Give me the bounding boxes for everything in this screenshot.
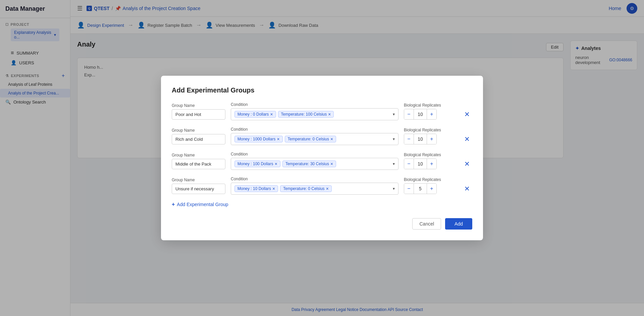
modal-add-experimental-groups: Add Experimental Groups Group NameCondit… xyxy=(161,76,483,240)
group-name-input[interactable] xyxy=(172,159,225,169)
tag-close-icon[interactable]: × xyxy=(272,186,275,191)
group-condition-col: ConditionMoney : 10 Dollars ×Temperature… xyxy=(231,177,398,195)
cancel-button[interactable]: Cancel xyxy=(412,218,441,230)
condition-box[interactable]: Money : 0 Dollars ×Temperature: 100 Cels… xyxy=(231,108,398,120)
delete-group-button[interactable]: ✕ xyxy=(463,183,471,194)
condition-dropdown-arrow[interactable]: ▾ xyxy=(393,162,395,166)
add-button[interactable]: Add xyxy=(445,218,472,230)
group-delete-col: ✕ xyxy=(463,177,472,194)
group-name-col: Group Name xyxy=(172,103,225,120)
group-name-label: Group Name xyxy=(172,103,225,108)
modal-groups: Group NameConditionMoney : 0 Dollars ×Te… xyxy=(172,102,472,195)
increment-replicates-button[interactable]: + xyxy=(427,134,436,144)
group-name-col: Group Name xyxy=(172,128,225,144)
group-replicates-col: Biological Replicates−+ xyxy=(404,152,458,169)
group-delete-col: ✕ xyxy=(463,128,472,144)
tag-close-icon[interactable]: × xyxy=(330,137,333,141)
condition-box[interactable]: Money : 10 Dollars ×Temperature: 0 Celsi… xyxy=(231,183,398,195)
condition-tag: Temperature: 100 Celsius × xyxy=(278,111,334,118)
condition-tag: Temperature: 0 Celsius × xyxy=(285,136,336,142)
condition-tag: Temperature: 0 Celsius × xyxy=(280,185,332,192)
tag-close-icon[interactable]: × xyxy=(270,112,273,117)
group-replicates-col: Biological Replicates−+ xyxy=(404,103,458,120)
condition-label: Condition xyxy=(231,127,398,132)
replicates-label: Biological Replicates xyxy=(404,103,441,108)
group-row: Group NameConditionMoney : 0 Dollars ×Te… xyxy=(172,102,472,120)
group-row: Group NameConditionMoney : 1000 Dollars … xyxy=(172,127,472,145)
condition-tag: Money : 1000 Dollars × xyxy=(234,136,283,142)
replicates-label: Biological Replicates xyxy=(404,177,441,182)
increment-replicates-button[interactable]: + xyxy=(427,159,436,169)
group-replicates-col: Biological Replicates−+ xyxy=(404,128,458,144)
increment-replicates-button[interactable]: + xyxy=(427,109,436,119)
group-replicates-col: Biological Replicates−+ xyxy=(404,177,458,194)
replicates-input[interactable] xyxy=(414,134,427,144)
condition-dropdown-arrow[interactable]: ▾ xyxy=(393,112,395,117)
group-name-label: Group Name xyxy=(172,128,225,133)
condition-label: Condition xyxy=(231,152,398,156)
delete-group-button[interactable]: ✕ xyxy=(463,159,471,169)
group-row: Group NameConditionMoney : 10 Dollars ×T… xyxy=(172,177,472,195)
group-name-input[interactable] xyxy=(172,134,225,144)
condition-tag: Money : 100 Dollars × xyxy=(234,161,280,167)
group-delete-col: ✕ xyxy=(463,103,472,120)
condition-dropdown-arrow[interactable]: ▾ xyxy=(393,137,395,141)
tag-close-icon[interactable]: × xyxy=(326,186,329,191)
replicates-input[interactable] xyxy=(414,159,427,169)
delete-group-button[interactable]: ✕ xyxy=(463,134,471,144)
tag-close-icon[interactable]: × xyxy=(330,162,333,166)
group-name-input[interactable] xyxy=(172,184,225,194)
decrement-replicates-button[interactable]: − xyxy=(404,134,414,144)
tag-close-icon[interactable]: × xyxy=(328,112,331,117)
group-condition-col: ConditionMoney : 1000 Dollars ×Temperatu… xyxy=(231,127,398,145)
condition-tag: Temperature: 30 Celsius × xyxy=(282,161,336,167)
group-delete-col: ✕ xyxy=(463,152,472,169)
group-name-label: Group Name xyxy=(172,178,225,182)
decrement-replicates-button[interactable]: − xyxy=(404,159,414,169)
condition-label: Condition xyxy=(231,177,398,181)
condition-dropdown-arrow[interactable]: ▾ xyxy=(393,186,395,191)
replicates-label: Biological Replicates xyxy=(404,128,441,132)
group-condition-col: ConditionMoney : 0 Dollars ×Temperature:… xyxy=(231,102,398,120)
group-name-col: Group Name xyxy=(172,153,225,169)
decrement-replicates-button[interactable]: − xyxy=(404,109,414,119)
tag-close-icon[interactable]: × xyxy=(277,137,279,141)
replicates-control: −+ xyxy=(404,109,437,120)
replicates-control: −+ xyxy=(404,134,437,144)
replicates-control: −+ xyxy=(404,183,437,194)
condition-box[interactable]: Money : 1000 Dollars ×Temperature: 0 Cel… xyxy=(231,133,398,145)
add-experimental-group-button[interactable]: + Add Experimental Group xyxy=(172,201,228,207)
decrement-replicates-button[interactable]: − xyxy=(404,184,414,194)
condition-box[interactable]: Money : 100 Dollars ×Temperature: 30 Cel… xyxy=(231,158,398,170)
plus-icon: + xyxy=(172,201,175,207)
group-name-col: Group Name xyxy=(172,178,225,194)
group-name-input[interactable] xyxy=(172,109,225,120)
condition-tag: Money : 10 Dollars × xyxy=(234,185,278,192)
tag-close-icon[interactable]: × xyxy=(275,162,277,166)
delete-group-button[interactable]: ✕ xyxy=(463,109,471,120)
replicates-input[interactable] xyxy=(414,184,427,194)
modal-overlay[interactable]: Add Experimental Groups Group NameCondit… xyxy=(0,0,644,316)
replicates-label: Biological Replicates xyxy=(404,152,441,157)
condition-label: Condition xyxy=(231,102,398,107)
group-row: Group NameConditionMoney : 100 Dollars ×… xyxy=(172,152,472,170)
replicates-control: −+ xyxy=(404,159,437,169)
group-condition-col: ConditionMoney : 100 Dollars ×Temperatur… xyxy=(231,152,398,170)
increment-replicates-button[interactable]: + xyxy=(427,184,436,194)
replicates-input[interactable] xyxy=(414,109,427,119)
condition-tag: Money : 0 Dollars × xyxy=(234,111,276,118)
modal-title: Add Experimental Groups xyxy=(172,86,472,94)
group-name-label: Group Name xyxy=(172,153,225,157)
